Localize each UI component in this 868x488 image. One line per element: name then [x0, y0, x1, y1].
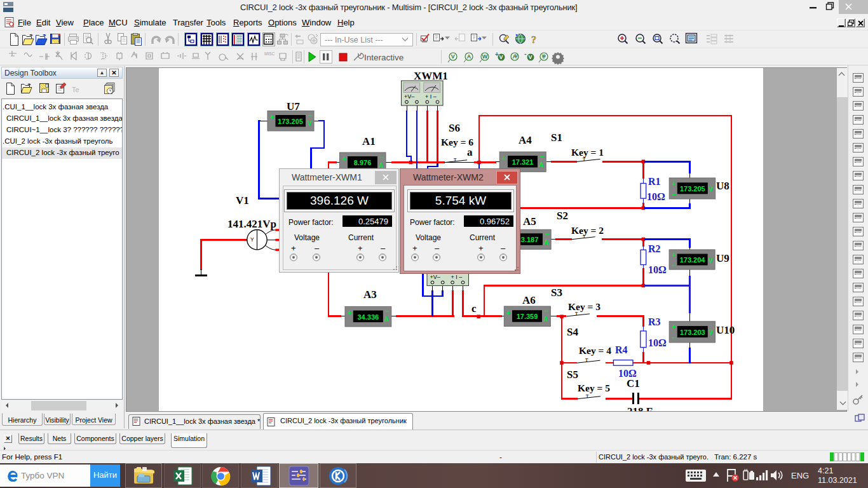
svg-text:–: –	[308, 111, 313, 119]
svg-text:U7: U7	[287, 100, 300, 112]
svg-text:т: т	[575, 309, 578, 316]
svg-text:–: –	[545, 306, 549, 315]
svg-text:V: V	[709, 257, 713, 264]
svg-text:34.336: 34.336	[357, 313, 379, 321]
svg-text:+ I –: + I –	[425, 93, 437, 100]
svg-text:т: т	[454, 156, 457, 163]
svg-text:a: a	[467, 146, 473, 158]
svg-text:A: A	[539, 161, 544, 168]
svg-text:R1: R1	[648, 176, 661, 187]
svg-text:8.976: 8.976	[354, 159, 372, 166]
svg-text:Key = 5: Key = 5	[578, 383, 610, 393]
svg-text:–: –	[672, 261, 676, 269]
svg-text:A: A	[379, 162, 384, 169]
svg-text:U10: U10	[716, 324, 735, 336]
svg-text:R2: R2	[648, 243, 661, 254]
svg-text:173.204: 173.204	[680, 256, 706, 264]
svg-text:т: т	[585, 356, 588, 363]
svg-text:+: +	[506, 309, 510, 316]
svg-text:A: A	[384, 316, 389, 323]
svg-text:V1: V1	[236, 194, 249, 207]
svg-text:V: V	[308, 120, 312, 127]
svg-text:–: –	[380, 152, 384, 161]
svg-text:A4: A4	[519, 134, 532, 146]
svg-text:+V–: +V–	[404, 93, 414, 100]
svg-text:+ I –: + I –	[451, 274, 463, 280]
svg-text:т: т	[583, 155, 586, 162]
svg-text:+: +	[348, 309, 351, 316]
svg-text:+: +	[342, 155, 346, 163]
svg-text:+V–: +V–	[430, 274, 440, 280]
svg-text:V: V	[709, 186, 714, 193]
svg-text:Key = 1: Key = 1	[571, 147, 604, 158]
svg-text:т: т	[583, 233, 586, 240]
svg-text:+: +	[672, 251, 675, 259]
svg-text:U8: U8	[716, 180, 729, 192]
svg-text:+: +	[502, 154, 506, 162]
svg-text:т: т	[586, 392, 589, 399]
svg-text:173.205: 173.205	[680, 185, 705, 193]
svg-text:S3: S3	[551, 287, 562, 299]
svg-text:+: +	[672, 180, 676, 187]
svg-text:10Ω: 10Ω	[618, 368, 637, 379]
svg-text:C1: C1	[627, 377, 640, 390]
svg-text:Key = 4: Key = 4	[579, 345, 611, 356]
svg-text:A1: A1	[362, 135, 376, 147]
svg-text:U9: U9	[716, 252, 729, 264]
svg-text:A: A	[545, 239, 549, 246]
svg-text:c: c	[471, 302, 477, 315]
svg-text:–: –	[545, 229, 550, 238]
svg-text:10Ω: 10Ω	[648, 264, 667, 275]
svg-text:10Ω: 10Ω	[648, 337, 667, 348]
svg-text:A: A	[544, 316, 548, 323]
svg-text:+: +	[672, 323, 676, 330]
svg-text:V: V	[709, 329, 714, 336]
svg-text:+: +	[270, 113, 274, 121]
svg-text:–: –	[672, 333, 677, 342]
svg-text:–: –	[540, 152, 545, 161]
svg-text:A6: A6	[522, 294, 536, 306]
svg-text:R3: R3	[648, 316, 661, 327]
svg-text:Te: Te	[72, 86, 79, 93]
svg-text:141.421Vp: 141.421Vp	[227, 218, 276, 230]
svg-text:R4: R4	[615, 344, 628, 355]
svg-text:A5: A5	[523, 215, 536, 227]
svg-text:S1: S1	[551, 132, 562, 144]
svg-text:S4: S4	[567, 326, 578, 338]
svg-text:Key = 2: Key = 2	[571, 225, 604, 236]
svg-text:10Ω: 10Ω	[647, 191, 665, 202]
svg-text:–: –	[672, 190, 677, 199]
svg-text:Key = 3: Key = 3	[568, 301, 600, 312]
svg-text:17.321: 17.321	[512, 158, 534, 166]
svg-text:173.205: 173.205	[278, 118, 303, 125]
svg-text:173.203: 173.203	[680, 329, 705, 336]
svg-text:A3: A3	[363, 288, 377, 301]
svg-text:–: –	[386, 306, 390, 315]
svg-text:S5: S5	[567, 369, 578, 381]
svg-text:S6: S6	[449, 122, 460, 134]
svg-text:XWM1: XWM1	[414, 70, 448, 82]
svg-text:S2: S2	[557, 210, 568, 222]
svg-text:Key = 6: Key = 6	[441, 137, 473, 147]
svg-text:Y: Y	[250, 236, 254, 243]
svg-text:17.359: 17.359	[517, 313, 538, 320]
